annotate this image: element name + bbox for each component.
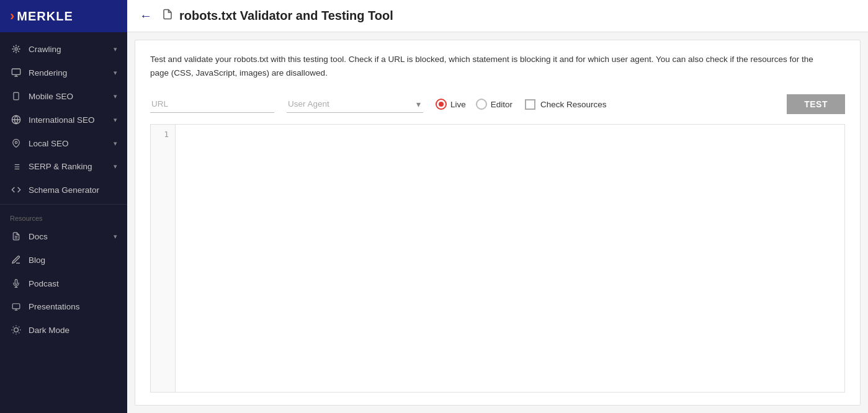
resources-section-label: Resources [0, 207, 127, 224]
sidebar-item-schema-generator-label: Schema Generator [29, 185, 99, 195]
mobile-icon [10, 91, 22, 101]
sidebar-item-rendering[interactable]: Rendering ▾ [0, 61, 127, 84]
sidebar-item-rendering-label: Rendering [29, 68, 67, 78]
doc-icon [162, 9, 173, 23]
pin-icon [10, 138, 22, 148]
check-resources-checkbox[interactable] [525, 99, 535, 110]
chevron-down-icon: ▾ [114, 140, 117, 148]
blog-icon [10, 255, 22, 265]
live-radio-label[interactable]: Live [436, 99, 466, 110]
description-text: Test and validate your robots.txt with t… [150, 53, 833, 79]
chevron-down-icon: ▾ [114, 116, 117, 124]
sidebar-item-podcast[interactable]: Podcast [0, 272, 127, 295]
sidebar: › MERKLE Crawling ▾ Rendering ▾ Mobile S… [0, 0, 127, 413]
sidebar-item-blog-label: Blog [29, 255, 45, 265]
sidebar-item-dark-mode[interactable]: Dark Mode [0, 318, 127, 342]
sidebar-item-crawling-label: Crawling [29, 45, 61, 54]
svg-point-0 [15, 48, 17, 50]
svg-line-25 [19, 327, 19, 327]
sidebar-item-serp-ranking[interactable]: SERP & Ranking ▾ [0, 155, 127, 178]
chevron-down-icon: ▾ [114, 45, 117, 53]
test-button[interactable]: TEST [787, 94, 845, 114]
main-area: ← robots.txt Validator and Testing Tool … [127, 0, 868, 413]
sidebar-item-crawling[interactable]: Crawling ▾ [0, 37, 127, 61]
sidebar-item-presentations[interactable]: Presentations [0, 295, 127, 318]
check-resources-text: Check Resources [540, 100, 607, 109]
editor-radio-text: Editor [491, 100, 512, 109]
editor-textarea[interactable] [176, 125, 844, 392]
sidebar-item-schema-generator[interactable]: Schema Generator [0, 178, 127, 202]
editor-area: 1 [150, 124, 845, 393]
logo-chevron-icon: › [10, 8, 14, 24]
user-agent-wrapper: User Agent Googlebot Bingbot Other ▾ [287, 95, 423, 113]
sidebar-item-blog[interactable]: Blog [0, 248, 127, 272]
line-number-1: 1 [157, 130, 169, 139]
docs-icon [10, 231, 22, 241]
sidebar-item-docs-label: Docs [29, 232, 48, 241]
sidebar-item-international-seo-label: International SEO [29, 115, 95, 125]
svg-rect-16 [12, 303, 20, 308]
sidebar-item-local-seo[interactable]: Local SEO ▾ [0, 131, 127, 155]
schema-icon [10, 185, 22, 195]
sidebar-divider [0, 204, 127, 205]
sidebar-item-mobile-seo[interactable]: Mobile SEO ▾ [0, 84, 127, 108]
logo[interactable]: › MERKLE [0, 0, 127, 32]
dark-mode-icon [10, 325, 22, 335]
podcast-icon [10, 278, 22, 288]
user-agent-select[interactable]: User Agent Googlebot Bingbot Other [287, 95, 423, 112]
live-radio[interactable] [436, 99, 447, 110]
editor-radio[interactable] [476, 99, 487, 110]
sidebar-item-local-seo-label: Local SEO [29, 139, 69, 148]
crawling-icon [10, 44, 22, 54]
sidebar-item-docs[interactable]: Docs ▾ [0, 224, 127, 248]
svg-line-20 [13, 327, 14, 327]
page-title: robots.txt Validator and Testing Tool [179, 9, 393, 23]
chevron-down-icon: ▾ [114, 162, 117, 171]
rendering-icon [10, 68, 22, 78]
chevron-down-icon: ▾ [114, 92, 117, 100]
list-icon [10, 162, 22, 171]
back-button[interactable]: ← [140, 9, 152, 23]
sidebar-item-podcast-label: Podcast [29, 279, 59, 288]
svg-point-17 [14, 328, 19, 332]
line-numbers: 1 [151, 125, 176, 392]
url-input[interactable] [150, 95, 274, 113]
sidebar-item-serp-ranking-label: SERP & Ranking [29, 162, 92, 171]
logo-text: MERKLE [17, 9, 73, 24]
svg-rect-1 [12, 69, 20, 74]
page-content: Test and validate your robots.txt with t… [135, 40, 861, 406]
globe-icon [10, 115, 22, 125]
sidebar-item-presentations-label: Presentations [29, 302, 80, 311]
sidebar-item-dark-mode-label: Dark Mode [29, 326, 69, 335]
svg-line-21 [19, 332, 19, 333]
page-header: ← robots.txt Validator and Testing Tool [127, 0, 868, 32]
sidebar-item-mobile-seo-label: Mobile SEO [29, 92, 73, 101]
mode-radio-group: Live Editor [436, 99, 512, 110]
sidebar-nav: Crawling ▾ Rendering ▾ Mobile SEO ▾ Inte… [0, 32, 127, 413]
chevron-down-icon: ▾ [114, 233, 117, 241]
live-radio-text: Live [450, 100, 466, 109]
svg-point-5 [15, 141, 17, 144]
sidebar-item-international-seo[interactable]: International SEO ▾ [0, 108, 127, 131]
svg-rect-2 [14, 92, 19, 100]
editor-radio-label[interactable]: Editor [476, 99, 512, 110]
controls-row: User Agent Googlebot Bingbot Other ▾ Liv… [150, 94, 845, 114]
chevron-down-icon: ▾ [114, 69, 117, 77]
svg-line-24 [13, 332, 14, 333]
check-resources-label[interactable]: Check Resources [525, 99, 607, 110]
presentations-icon [10, 303, 22, 311]
